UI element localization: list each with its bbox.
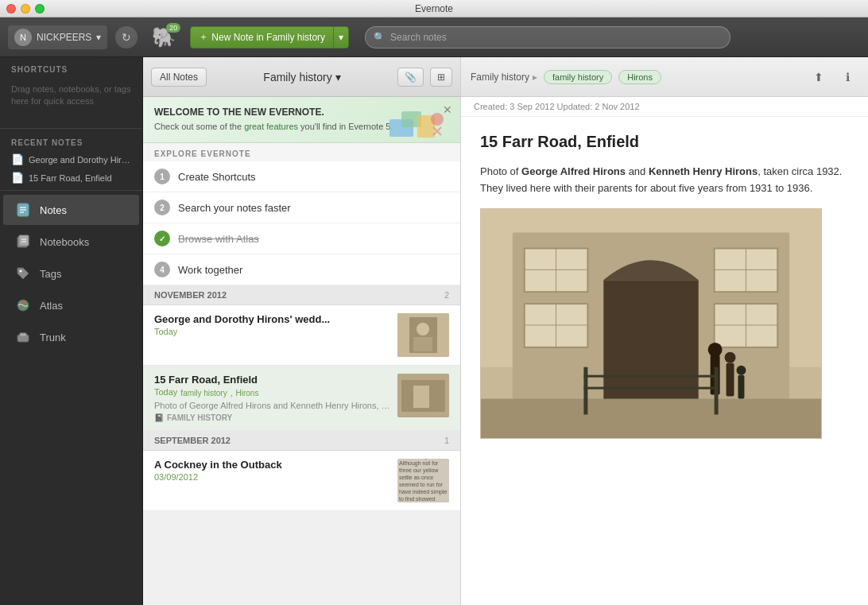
sidebar-item-notes[interactable]: Notes xyxy=(3,195,139,225)
sidebar-divider-2 xyxy=(0,190,142,191)
sort-button[interactable]: 📎 xyxy=(397,68,424,87)
recent-note-label: 15 Farr Road, Enfield xyxy=(29,173,131,183)
maximize-button[interactable] xyxy=(35,4,45,14)
note-tag-2: Hirons xyxy=(236,389,259,398)
sidebar-item-notebooks[interactable]: Notebooks xyxy=(3,227,139,257)
note-body-name2: Kenneth Henry Hirons xyxy=(649,165,758,177)
new-note-button[interactable]: ＋ New Note in Family history ▾ xyxy=(190,26,349,48)
note-title: George and Dorothy Hirons' wedd... xyxy=(154,313,391,325)
elephant-button[interactable]: 🐘 20 xyxy=(152,26,176,48)
share-button[interactable]: ⬆ xyxy=(808,66,830,88)
svg-rect-27 xyxy=(603,280,698,414)
search-input[interactable] xyxy=(390,32,722,43)
user-button[interactable]: N NICKPEERS ▾ xyxy=(8,25,107,49)
avatar: N xyxy=(14,29,32,46)
elephant-badge: 20 xyxy=(166,23,180,33)
step-number-4: 4 xyxy=(154,262,170,277)
recent-note-label: George and Dorothy Hiro... xyxy=(29,155,131,165)
note-tag-sep: , xyxy=(231,389,233,398)
svg-rect-49 xyxy=(583,374,718,377)
note-list-content: A Cockney in the Outback 03/09/2012 xyxy=(154,459,391,502)
search-bar[interactable]: 🔍 xyxy=(365,26,730,48)
note-date: 03/09/2012 xyxy=(154,472,391,482)
step-label-1: Create Shortcuts xyxy=(178,171,256,183)
all-notes-button[interactable]: All Notes xyxy=(151,68,207,87)
svg-point-10 xyxy=(21,301,25,304)
sidebar-item-trunk[interactable]: Trunk xyxy=(3,322,139,352)
note-tag-1: family history xyxy=(180,389,227,398)
note-thumbnail xyxy=(397,374,449,417)
svg-rect-40 xyxy=(481,398,821,438)
tag-chip-family-history[interactable]: family history xyxy=(544,70,612,84)
sort-icon: 📎 xyxy=(405,72,417,83)
note-list-item-wedding[interactable]: George and Dorothy Hirons' wedd... Today xyxy=(143,305,460,366)
new-note-dropdown[interactable]: ▾ xyxy=(334,27,348,48)
step-item-2[interactable]: 2 Search your notes faster xyxy=(143,192,460,223)
svg-rect-23 xyxy=(413,386,429,408)
sidebar-item-atlas[interactable]: Atlas xyxy=(3,290,139,320)
welcome-banner: ✕ WELCOME TO THE NEW EVERNOTE. Check out… xyxy=(143,97,460,143)
note-title: A Cockney in the Outback xyxy=(154,459,391,471)
step-item-4[interactable]: 4 Work together xyxy=(143,254,460,285)
note-date: Today xyxy=(154,327,391,336)
atlas-icon xyxy=(14,297,32,314)
month-header-sep: SEPTEMBER 2012 1 xyxy=(143,431,460,451)
sync-icon: ↻ xyxy=(122,31,131,44)
step-number-2: 2 xyxy=(154,200,170,215)
notes-panel-header: All Notes Family history ▾ 📎 ⊞ xyxy=(143,57,460,97)
new-note-main[interactable]: ＋ New Note in Family history xyxy=(191,27,334,48)
svg-point-42 xyxy=(708,342,723,356)
note-detail-header: Family history ▸ family history Hirons ⬆… xyxy=(461,57,868,97)
recent-note-item-1[interactable]: 📄 George and Dorothy Hiro... xyxy=(0,150,142,169)
step-item-3[interactable]: ✓ Browse with Atlas xyxy=(143,223,460,254)
svg-rect-43 xyxy=(727,363,734,396)
sync-button[interactable]: ↻ xyxy=(115,26,138,48)
sidebar-item-tags[interactable]: Tags xyxy=(3,258,139,289)
step-label-3: Browse with Atlas xyxy=(178,233,259,245)
shortcuts-title: SHORTCUTS xyxy=(0,57,142,77)
notebook-name: Family history xyxy=(263,71,331,83)
note-body-name1: George Alfred Hirons xyxy=(521,165,626,177)
note-notebook-label: 📓 FAMILY HISTORY xyxy=(154,413,391,422)
note-list-item-farr-road[interactable]: 15 Farr Road, Enfield Today family histo… xyxy=(143,366,460,431)
welcome-illustration xyxy=(386,103,449,150)
step-item-1[interactable]: 1 Create Shortcuts xyxy=(143,161,460,192)
note-list-content: George and Dorothy Hirons' wedd... Today xyxy=(154,313,391,357)
shortcuts-text: Drag notes, notebooks, or tags here for … xyxy=(11,84,130,106)
note-list-content: 15 Farr Road, Enfield Today family histo… xyxy=(154,374,391,422)
step-number-3: ✓ xyxy=(154,231,170,246)
view-icon: ⊞ xyxy=(437,72,445,83)
info-button[interactable]: ℹ xyxy=(836,66,858,88)
svg-rect-45 xyxy=(738,374,744,398)
title-bar: Evernote xyxy=(0,0,868,17)
note-body-and: and xyxy=(626,165,649,177)
view-button[interactable]: ⊞ xyxy=(430,68,452,87)
svg-point-44 xyxy=(725,351,736,363)
note-preview: Photo of George Alfred Hirons and Kennet… xyxy=(154,401,391,410)
breadcrumb[interactable]: Family history ▸ xyxy=(471,72,537,83)
step-label-4: Work together xyxy=(178,264,242,276)
note-list-item-cockney[interactable]: A Cockney in the Outback 03/09/2012 As w… xyxy=(143,451,460,511)
month-count: 2 xyxy=(444,290,449,300)
notebook-selector[interactable]: Family history ▾ xyxy=(213,71,391,83)
note-thumbnail xyxy=(397,313,449,357)
svg-rect-50 xyxy=(583,386,718,389)
chevron-down-icon: ▾ xyxy=(96,32,101,43)
sidebar: SHORTCUTS Drag notes, notebooks, or tags… xyxy=(0,57,143,605)
sidebar-item-label: Notes xyxy=(40,204,67,216)
step-list: 1 Create Shortcuts 2 Search your notes f… xyxy=(143,161,460,285)
tag-chip-hirons[interactable]: Hirons xyxy=(618,70,661,84)
note-detail: Family history ▸ family history Hirons ⬆… xyxy=(461,57,868,605)
recent-note-item-2[interactable]: 📄 15 Farr Road, Enfield xyxy=(0,169,142,187)
note-body: Photo of George Alfred Hirons and Kennet… xyxy=(480,164,849,197)
trunk-icon xyxy=(14,328,32,346)
notes-list: NOVEMBER 2012 2 George and Dorothy Hiron… xyxy=(143,285,460,605)
minimize-button[interactable] xyxy=(21,4,30,14)
dropdown-arrow-icon: ▾ xyxy=(339,32,343,43)
sidebar-item-label: Tags xyxy=(40,268,61,280)
notebook-icon: 📓 xyxy=(154,413,164,422)
shortcuts-drop-area: Drag notes, notebooks, or tags here for … xyxy=(0,77,142,125)
close-button[interactable] xyxy=(6,4,16,14)
step-number-1: 1 xyxy=(154,169,170,184)
plus-icon: ＋ xyxy=(199,30,208,44)
